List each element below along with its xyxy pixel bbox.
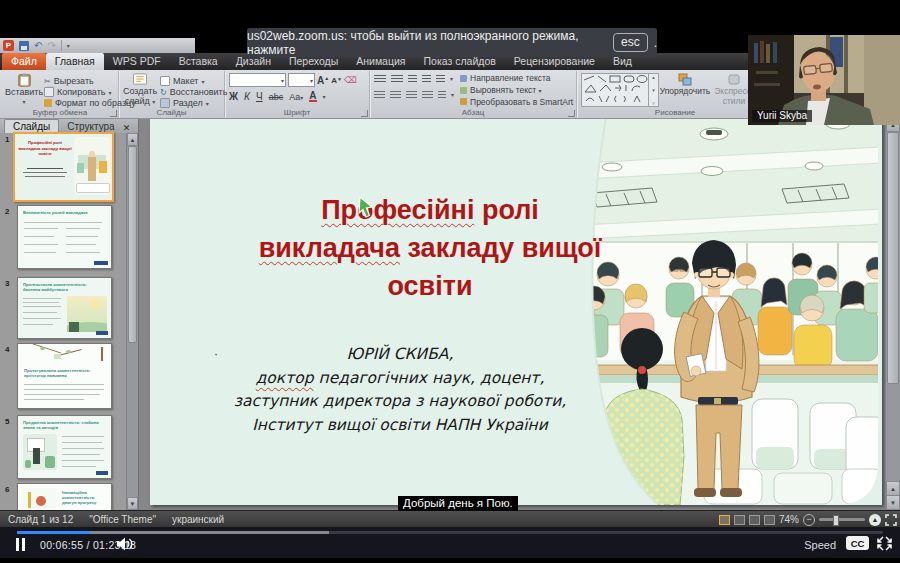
tab-file[interactable]: Файл bbox=[2, 53, 46, 70]
zoom-slider[interactable] bbox=[819, 518, 865, 521]
font-name-combo[interactable]: ▾ bbox=[229, 73, 286, 87]
next-slide-icon[interactable]: ▼ bbox=[886, 495, 900, 510]
slide-thumbnail-6[interactable]: Інноваційна компетентність: двигун прогр… bbox=[17, 483, 112, 510]
undo-icon[interactable]: ↶ bbox=[34, 40, 42, 51]
theme-name[interactable]: "Office Theme" bbox=[89, 514, 156, 525]
slide-thumbnail-5[interactable]: Предметна компетентність: глибина знань … bbox=[17, 415, 112, 479]
align-center-icon[interactable] bbox=[390, 91, 401, 99]
expand-view-icon[interactable] bbox=[885, 514, 897, 526]
tab-slides-panel[interactable]: Слайды bbox=[4, 119, 59, 133]
font-dialog-launcher[interactable] bbox=[361, 110, 368, 117]
slide-thumbnail-2[interactable]: Визначеність ролей викладача bbox=[17, 205, 112, 269]
slide-sorter-icon[interactable] bbox=[734, 515, 745, 525]
slide-title[interactable]: Професійні ролі викладача закладу вищої … bbox=[180, 191, 680, 305]
seek-bar[interactable] bbox=[17, 531, 883, 534]
close-panel-icon[interactable]: ✕ bbox=[123, 122, 139, 133]
paste-button[interactable]: Вставить ▾ bbox=[6, 73, 42, 107]
volume-icon[interactable] bbox=[117, 537, 134, 551]
tab-wps-pdf[interactable]: WPS PDF bbox=[104, 53, 170, 70]
reading-view-icon[interactable] bbox=[749, 515, 760, 525]
main-scrollbar[interactable]: ▲ ▲ ▼ bbox=[885, 117, 900, 510]
copy-dropdown-icon[interactable]: ▾ bbox=[108, 89, 111, 96]
scroll-up-icon[interactable]: ▲ bbox=[127, 133, 138, 146]
author-line-1: ЮРІЙ СКИБА, bbox=[170, 343, 630, 367]
scissors-icon: ✂ bbox=[44, 77, 51, 86]
paragraph-dialog-launcher[interactable] bbox=[568, 110, 575, 117]
powerpoint-app-icon: P bbox=[3, 40, 14, 51]
zoom-slider-thumb[interactable] bbox=[833, 515, 839, 526]
shapes-gallery[interactable]: ▴▾▿ bbox=[581, 73, 659, 107]
section-dropdown-icon[interactable]: ▾ bbox=[206, 100, 209, 107]
slide-canvas[interactable]: Професійні ролі викладача закладу вищої … bbox=[150, 117, 882, 505]
main-scrollbar-thumb[interactable] bbox=[887, 132, 899, 384]
slide-author-block[interactable]: ЮРІЙ СКИБА, доктор педагогічних наук, до… bbox=[170, 343, 630, 437]
zoom-out-icon[interactable]: − bbox=[803, 514, 815, 526]
tab-insert[interactable]: Вставка bbox=[170, 53, 227, 70]
layout-button[interactable]: Макет ▾ bbox=[160, 76, 227, 86]
line-spacing-icon[interactable] bbox=[436, 75, 445, 83]
webcam-video-tile[interactable]: Yurii Skyba bbox=[748, 35, 900, 125]
clipboard-dialog-launcher[interactable] bbox=[110, 110, 117, 117]
reset-button[interactable]: ↻ Восстановить bbox=[160, 87, 227, 97]
bold-button[interactable]: Ж bbox=[229, 91, 238, 102]
underline-button[interactable]: Ч bbox=[256, 91, 263, 102]
text-direction-button[interactable]: Направление текста bbox=[460, 73, 573, 84]
normal-view-icon[interactable] bbox=[719, 515, 730, 525]
sidebar-scrollbar-thumb[interactable] bbox=[128, 146, 137, 343]
title-line-2: викладача закладу вищої bbox=[180, 229, 680, 267]
italic-button[interactable]: К bbox=[244, 91, 250, 102]
columns-dropdown-icon[interactable]: ▾ bbox=[451, 91, 454, 98]
group-slides: Создать слайд ▾ Макет ▾ ↻ Восстановить Р… bbox=[119, 71, 225, 118]
clear-formatting-icon[interactable]: ⌫ bbox=[344, 75, 357, 85]
redo-icon[interactable]: ↷ bbox=[47, 40, 55, 51]
pause-button[interactable] bbox=[16, 538, 25, 551]
language-indicator[interactable]: украинский bbox=[172, 514, 224, 525]
qat-dropdown-icon[interactable]: ▾ bbox=[67, 42, 70, 49]
scroll-down-icon[interactable]: ▼ bbox=[127, 497, 138, 510]
zoom-level[interactable]: 74% bbox=[779, 514, 799, 525]
align-right-icon[interactable] bbox=[406, 91, 417, 99]
previous-slide-icon[interactable]: ▲ bbox=[886, 481, 900, 496]
align-justify-icon[interactable] bbox=[422, 91, 433, 99]
shrink-font-icon[interactable]: А▼ bbox=[331, 76, 342, 85]
line-spacing-dropdown-icon[interactable]: ▾ bbox=[450, 75, 453, 82]
strikethrough-button[interactable]: abc bbox=[269, 92, 284, 102]
sidebar-scrollbar[interactable]: ▲ ▼ bbox=[126, 133, 138, 510]
fit-slide-icon[interactable]: ▲ bbox=[869, 514, 881, 526]
shapes-scroll[interactable]: ▴▾▿ bbox=[648, 74, 658, 106]
font-size-combo[interactable]: ▾ bbox=[288, 73, 315, 87]
slide-thumbnail-4[interactable]: Проектувальна компетентність: архітектор… bbox=[17, 343, 112, 409]
paste-dropdown-icon[interactable]: ▾ bbox=[22, 97, 25, 107]
closed-captions-button[interactable]: CC bbox=[846, 536, 869, 550]
slide-thumbnail-1[interactable]: Професійні ролі викладача закладу вищої … bbox=[13, 132, 114, 202]
slideshow-icon[interactable] bbox=[764, 515, 775, 525]
align-left-icon[interactable] bbox=[374, 91, 385, 99]
new-slide-icon bbox=[132, 73, 148, 86]
section-button[interactable]: Раздел ▾ bbox=[160, 98, 227, 108]
fullscreen-icon[interactable] bbox=[877, 536, 892, 551]
save-icon[interactable] bbox=[19, 41, 29, 51]
numbering-icon[interactable] bbox=[391, 75, 403, 83]
new-slide-button[interactable]: Создать слайд ▾ bbox=[123, 73, 157, 107]
reset-label: Восстановить bbox=[170, 87, 228, 97]
smartart-button[interactable]: Преобразовать в SmartArt bbox=[460, 96, 573, 107]
layout-label: Макет bbox=[173, 76, 198, 86]
arrange-button[interactable]: Упорядочить bbox=[663, 73, 707, 107]
change-case-button[interactable]: Аа▾ bbox=[289, 92, 303, 102]
layout-icon bbox=[160, 76, 170, 86]
layout-dropdown-icon[interactable]: ▾ bbox=[201, 78, 204, 85]
decrease-indent-icon[interactable] bbox=[408, 75, 417, 83]
notification-suffix: . bbox=[654, 36, 657, 50]
thumb2-title: Визначеність ролей викладача bbox=[23, 210, 103, 215]
slide-thumbnail-3[interactable]: Прогностична компетентність: бачення май… bbox=[17, 277, 112, 339]
columns-icon[interactable] bbox=[438, 91, 446, 99]
align-text-button[interactable]: Выровнять текст ▾ bbox=[460, 85, 573, 96]
tab-home[interactable]: Главная bbox=[46, 53, 104, 70]
font-color-button[interactable]: А bbox=[309, 91, 316, 102]
speed-button[interactable]: Speed bbox=[804, 539, 836, 551]
increase-indent-icon[interactable] bbox=[422, 75, 431, 83]
font-color-dropdown-icon[interactable]: ▾ bbox=[323, 93, 326, 100]
bullets-icon[interactable] bbox=[374, 75, 386, 83]
copy-icon bbox=[44, 87, 54, 97]
grow-font-icon[interactable]: А▲ bbox=[317, 75, 329, 86]
